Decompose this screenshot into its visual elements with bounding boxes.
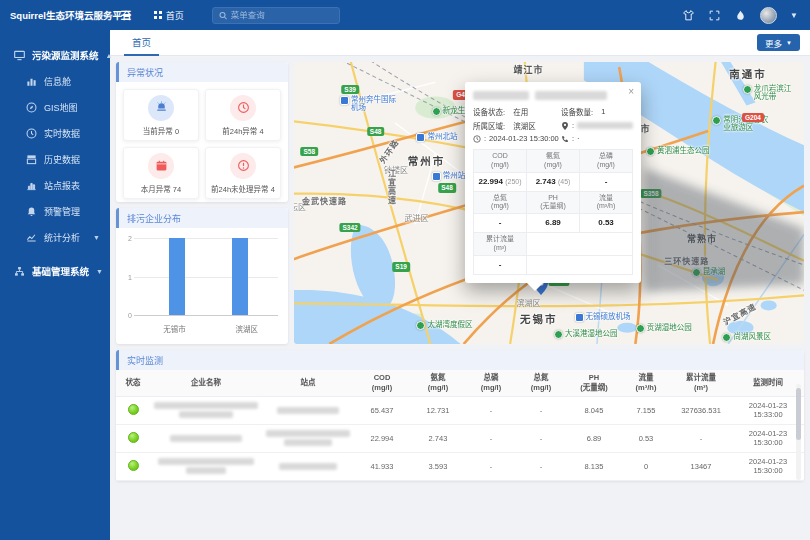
trend-chart-icon bbox=[26, 232, 37, 243]
device-region: 所属区域: 滨湖区 bbox=[473, 120, 561, 131]
sidebar-group-base-management[interactable]: 基础管理系统 ▼ bbox=[0, 258, 110, 284]
cod-value: 22.994 bbox=[354, 424, 410, 452]
card-current-abnormal[interactable]: 当前异常 0 bbox=[123, 89, 199, 141]
cod-value: 41.933 bbox=[354, 452, 410, 480]
y-tick: 2 bbox=[120, 235, 132, 242]
monitor-time: 2024-01-23 15:30:00 bbox=[732, 424, 804, 452]
sidebar-nav: 污染源监测系统 ▲ 信息舱 GIS地图 实时数据 历史数据 站点报表 预警管理 … bbox=[0, 30, 110, 540]
nh3-value: 3.593 bbox=[410, 452, 466, 480]
map-label-green[interactable]: 昆承湖 bbox=[692, 268, 726, 277]
fullscreen-icon[interactable] bbox=[708, 9, 721, 22]
breadcrumb[interactable]: 首页 bbox=[154, 9, 184, 22]
monitor-time: 2024-01-23 15:33:00 bbox=[732, 396, 804, 424]
sidebar-item-station-report[interactable]: 站点报表 bbox=[0, 172, 110, 198]
card-label: 本月异常 74 bbox=[141, 183, 181, 194]
clock-icon bbox=[26, 128, 37, 139]
panel-title: 排污企业分布 bbox=[116, 208, 288, 228]
device-readings-table: COD(mg/l) 氨氮(mg/l) 总磷(mg/l) 22.994 (250)… bbox=[473, 149, 633, 275]
map-label-blue[interactable]: 常州奔牛国际机场 bbox=[340, 96, 398, 113]
park-poi-icon bbox=[722, 333, 731, 342]
user-avatar[interactable] bbox=[760, 7, 777, 24]
park-poi-icon bbox=[636, 324, 645, 333]
water-drop-icon[interactable] bbox=[734, 9, 747, 22]
bar-binhu[interactable] bbox=[232, 238, 248, 315]
table-scrollbar[interactable] bbox=[796, 384, 801, 480]
map-label-green[interactable]: 尚湖风景区 bbox=[722, 333, 771, 342]
map-label-green[interactable]: 龙爪岩滨江风光带 bbox=[743, 85, 795, 102]
tab-bar: 首页 更多 ▼ bbox=[110, 30, 810, 56]
more-button[interactable]: 更多 ▼ bbox=[757, 34, 800, 51]
monitor-time: 2024-01-23 15:30:00 bbox=[732, 452, 804, 480]
sidebar-item-alert-management[interactable]: 预警管理 bbox=[0, 198, 110, 224]
panel-title: 异常状况 bbox=[116, 62, 288, 82]
map-label-badge-red: G204 bbox=[742, 113, 764, 122]
more-button-label: 更多 bbox=[765, 37, 782, 49]
bell-icon bbox=[26, 206, 37, 217]
tp-value: - bbox=[466, 452, 516, 480]
ph-value: 6.89 bbox=[566, 424, 622, 452]
map-label-green[interactable]: 太湖湾度假区 bbox=[416, 321, 472, 330]
table-row[interactable]: 65.437 12.731 - - 8.045 7.155 327636.531… bbox=[116, 396, 804, 424]
station-name-redacted bbox=[262, 452, 354, 480]
sidebar-item-gis-map[interactable]: GIS地图 bbox=[0, 94, 110, 120]
map-label-blue[interactable]: 常州站 bbox=[432, 172, 466, 181]
gis-map[interactable]: 靖江市南通市常州市钟楼区武进区金坛区无锡市滨湖区常熟市张家港市常州奔牛国际机场常… bbox=[294, 62, 804, 344]
nh3-value: 12.731 bbox=[410, 396, 466, 424]
y-tick: 0 bbox=[120, 312, 132, 319]
chevron-down-icon: ▼ bbox=[96, 268, 103, 275]
ph-value: 8.135 bbox=[566, 452, 622, 480]
user-menu-chevron-icon[interactable]: ▼ bbox=[790, 11, 798, 20]
table-row[interactable]: 41.933 3.593 - - 8.135 0 13467 2024-01-2… bbox=[116, 452, 804, 480]
enterprise-distribution-panel: 排污企业分布 2 1 0 无锡市 滨湖区 bbox=[116, 208, 288, 344]
table-row[interactable]: 22.994 2.743 - - 6.89 0.53 - 2024-01-23 … bbox=[116, 424, 804, 452]
sidebar-item-history-data[interactable]: 历史数据 bbox=[0, 146, 110, 172]
search-input[interactable] bbox=[231, 10, 333, 20]
device-status: 设备状态: 在用 bbox=[473, 106, 561, 117]
map-label-road: 金武快速路 bbox=[302, 197, 347, 206]
popup-callout-arrow bbox=[527, 283, 543, 291]
theme-skin-icon[interactable] bbox=[682, 9, 695, 22]
card-24h-unhandled-abnormal[interactable]: 前24h未处理异常 4 bbox=[205, 147, 281, 199]
transport-poi-icon bbox=[432, 172, 441, 181]
warning-circle-icon bbox=[230, 153, 256, 179]
map-label-green[interactable]: 大溪港湿地公园 bbox=[554, 330, 618, 339]
y-tick: 1 bbox=[120, 273, 132, 280]
flow-value: 0.53 bbox=[622, 424, 670, 452]
sidebar-group-pollution-monitor[interactable]: 污染源监测系统 ▲ bbox=[0, 42, 110, 68]
map-label-blue[interactable]: 常州北站 bbox=[416, 133, 457, 142]
abnormal-status-panel: 异常状况 当前异常 0 前24h异常 4 bbox=[116, 62, 288, 202]
menu-search[interactable] bbox=[212, 7, 340, 24]
map-label-city: 常熟市 bbox=[687, 234, 717, 244]
tn-value: - bbox=[516, 396, 566, 424]
map-label-green[interactable]: 黄泗浦生态公园 bbox=[646, 147, 710, 156]
realtime-monitor-panel: 实时监测 状态 企业名称 站点 COD(mg/l) 氨氮(mg/l) 总磷(mg… bbox=[116, 350, 804, 481]
tab-home[interactable]: 首页 bbox=[124, 30, 159, 56]
scrollbar-thumb[interactable] bbox=[796, 388, 801, 440]
cod-value: 65.437 bbox=[354, 396, 410, 424]
flow-value: 7.155 bbox=[622, 396, 670, 424]
map-label-blue[interactable]: 无锡硕放机场 bbox=[575, 313, 631, 322]
sidebar-item-realtime-data[interactable]: 实时数据 bbox=[0, 120, 110, 146]
sidebar-item-statistics[interactable]: 统计分析 ▼ bbox=[0, 224, 110, 250]
chevron-down-icon: ▼ bbox=[786, 40, 792, 46]
menu-toggle-icon[interactable]: ☰ bbox=[120, 8, 132, 23]
transport-poi-icon bbox=[416, 133, 425, 142]
map-label-city-lg: 常州市 bbox=[408, 155, 446, 167]
card-24h-abnormal[interactable]: 前24h异常 4 bbox=[205, 89, 281, 141]
card-month-abnormal[interactable]: 本月异常 74 bbox=[123, 147, 199, 199]
sidebar-item-info-cabin[interactable]: 信息舱 bbox=[0, 68, 110, 94]
realtime-table: 状态 企业名称 站点 COD(mg/l) 氨氮(mg/l) 总磷(mg/l) 总… bbox=[116, 370, 804, 481]
device-address-redacted: : bbox=[561, 121, 633, 130]
map-label-green[interactable]: 贡湖湿地公园 bbox=[636, 324, 692, 333]
park-poi-icon bbox=[646, 147, 655, 156]
status-online-dot bbox=[128, 432, 139, 443]
flow-value: 0 bbox=[622, 452, 670, 480]
sidebar-item-label: 实时数据 bbox=[44, 127, 80, 140]
card-label: 当前异常 0 bbox=[143, 125, 179, 136]
map-label-district: 滨湖区 bbox=[517, 299, 541, 308]
table-header-row: 状态 企业名称 站点 COD(mg/l) 氨氮(mg/l) 总磷(mg/l) 总… bbox=[116, 370, 804, 396]
map-label-badge-green: S358 bbox=[640, 189, 661, 198]
main-content: 异常状况 当前异常 0 前24h异常 4 bbox=[110, 56, 810, 540]
bar-wuxi[interactable] bbox=[169, 238, 185, 315]
close-icon[interactable]: × bbox=[628, 86, 634, 97]
